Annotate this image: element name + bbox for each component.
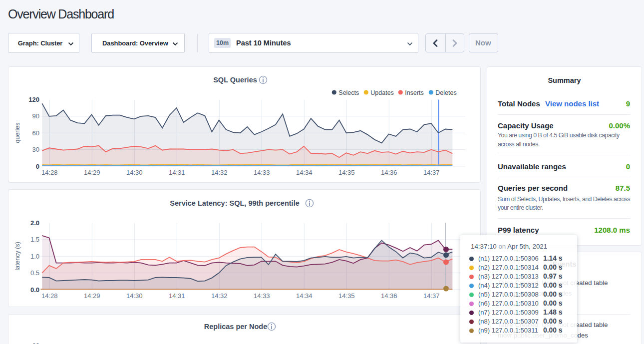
svg-text:14:30: 14:30 <box>126 292 143 300</box>
svg-text:2.0: 2.0 <box>30 219 39 227</box>
svg-text:14:30: 14:30 <box>126 169 143 176</box>
svg-text:Deletes: Deletes <box>435 89 456 96</box>
svg-text:latency (s): latency (s) <box>14 242 21 271</box>
svg-text:14:35: 14:35 <box>338 169 355 176</box>
svg-text:14:33: 14:33 <box>254 169 270 176</box>
svg-text:0.5: 0.5 <box>30 269 39 277</box>
svg-text:14:34: 14:34 <box>296 169 313 176</box>
svg-text:SQL Queries: SQL Queries <box>213 76 257 84</box>
svg-text:14:28: 14:28 <box>41 169 58 176</box>
svg-text:14:32: 14:32 <box>211 292 228 300</box>
svg-text:14:31: 14:31 <box>169 292 185 300</box>
svg-text:14:35: 14:35 <box>338 292 355 300</box>
svg-text:60: 60 <box>32 342 39 344</box>
svg-text:14:36: 14:36 <box>381 169 397 176</box>
svg-text:14:37: 14:37 <box>423 169 440 176</box>
svg-text:14:36: 14:36 <box>381 292 397 300</box>
svg-text:14:32: 14:32 <box>211 169 228 176</box>
svg-text:14:29: 14:29 <box>84 292 100 300</box>
svg-text:60: 60 <box>32 129 39 137</box>
svg-text:30: 30 <box>32 146 39 153</box>
svg-text:14:33: 14:33 <box>254 292 270 300</box>
svg-text:0.0: 0.0 <box>30 286 39 294</box>
svg-text:Selects: Selects <box>338 89 359 96</box>
svg-text:14:31: 14:31 <box>169 169 185 176</box>
svg-text:14:34: 14:34 <box>296 292 313 300</box>
svg-text:queries: queries <box>14 123 21 143</box>
svg-text:Replicas per Node: Replicas per Node <box>204 323 267 331</box>
svg-text:14:37: 14:37 <box>423 292 440 300</box>
svg-text:0: 0 <box>35 163 39 170</box>
svg-text:120: 120 <box>28 96 39 103</box>
svg-text:Inserts: Inserts <box>405 89 424 96</box>
svg-text:14:29: 14:29 <box>84 169 100 176</box>
svg-text:14:28: 14:28 <box>41 292 58 300</box>
svg-text:90: 90 <box>32 112 39 120</box>
svg-text:1.0: 1.0 <box>30 253 39 260</box>
svg-text:Updates: Updates <box>370 89 394 96</box>
svg-text:1.5: 1.5 <box>30 236 39 243</box>
svg-text:Service Latency: SQL, 99th per: Service Latency: SQL, 99th percentile <box>170 199 300 207</box>
